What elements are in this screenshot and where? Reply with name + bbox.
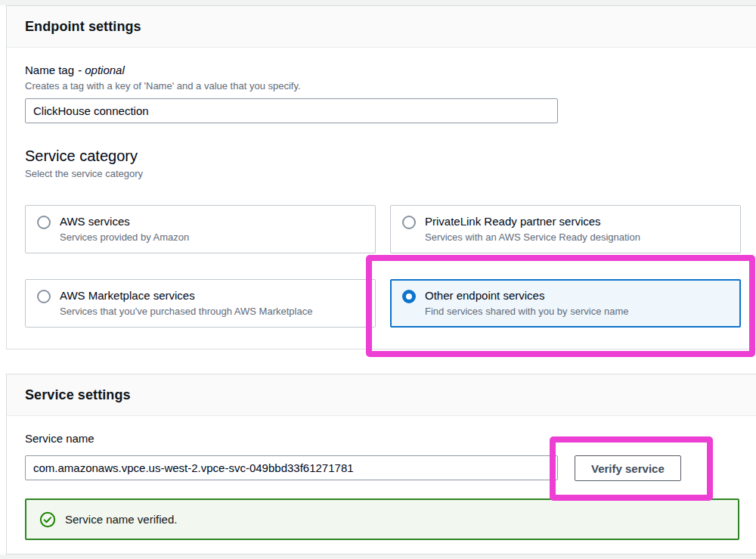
card-description: Find services shared with you by service… (425, 305, 629, 318)
card-description: Services that you've purchased through A… (60, 305, 312, 318)
card-title: AWS Marketplace services (60, 288, 312, 303)
check-circle-icon (39, 511, 56, 528)
category-card-privatelink-ready[interactable]: PrivateLink Ready partner services Servi… (390, 205, 741, 253)
service-name-label: Service name (25, 431, 739, 446)
card-title: Other endpoint services (425, 288, 629, 303)
endpoint-settings-panel: Endpoint settings Name tag- optional Cre… (6, 5, 756, 349)
panel-title-service-settings: Service settings (25, 387, 739, 403)
service-settings-panel: Service settings Service name Verify ser… (6, 374, 756, 554)
category-card-other-endpoint-services[interactable]: Other endpoint services Find services sh… (390, 279, 741, 328)
radio-unchecked-icon[interactable] (37, 216, 51, 229)
name-tag-optional-suffix: - optional (78, 64, 125, 76)
service-verified-alert: Service name verified. (25, 498, 739, 540)
verify-service-button[interactable]: Verify service (575, 455, 681, 481)
page-top-strip (0, 0, 756, 5)
endpoint-settings-body: Name tag- optional Creates a tag with a … (7, 48, 756, 343)
category-card-aws-marketplace[interactable]: AWS Marketplace services Services that y… (25, 279, 376, 328)
service-name-input[interactable] (25, 455, 558, 480)
alert-message: Service name verified. (65, 513, 177, 526)
endpoint-settings-header: Endpoint settings (7, 6, 756, 48)
service-settings-body: Service name Verify service Service name… (7, 416, 756, 555)
category-card-aws-services[interactable]: AWS services Services provided by Amazon (25, 205, 376, 253)
name-tag-description: Creates a tag with a key of 'Name' and a… (25, 79, 739, 93)
radio-checked-icon[interactable] (402, 290, 416, 303)
service-name-row: Verify service (25, 455, 739, 481)
name-tag-label: Name tag- optional (25, 63, 739, 78)
card-description: Services with an AWS Service Ready desig… (425, 231, 640, 244)
radio-unchecked-icon[interactable] (37, 290, 51, 303)
panel-title-endpoint-settings: Endpoint settings (25, 19, 739, 35)
service-category-description: Select the service category (25, 167, 739, 181)
card-title: AWS services (60, 214, 189, 229)
service-settings-header: Service settings (7, 374, 756, 416)
name-tag-input[interactable] (25, 98, 558, 123)
service-category-heading: Service category (25, 146, 739, 166)
name-tag-field: Name tag- optional Creates a tag with a … (25, 63, 739, 123)
radio-unchecked-icon[interactable] (402, 216, 416, 229)
service-category-options: AWS services Services provided by Amazon… (25, 205, 739, 328)
card-title: PrivateLink Ready partner services (425, 214, 640, 229)
card-description: Services provided by Amazon (60, 231, 189, 244)
